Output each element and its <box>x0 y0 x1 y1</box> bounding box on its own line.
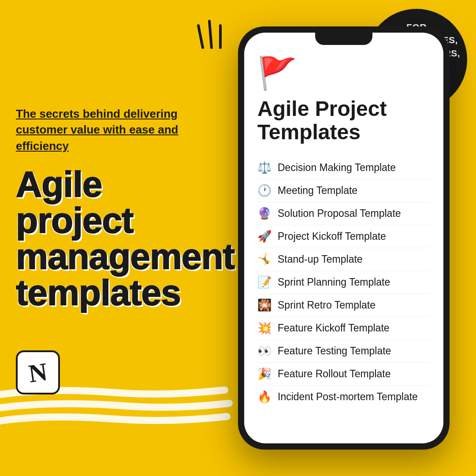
template-item: 👀Feature Testing Template <box>257 340 430 363</box>
phone-title-line1: Agile Project <box>257 97 387 120</box>
title-line4: templates <box>16 272 181 312</box>
title-line1: Agile <box>16 164 102 204</box>
template-item: 🔥Incident Post-mortem Template <box>257 386 430 408</box>
title-line3: management <box>16 236 234 276</box>
left-content: The secrets behind delivering customer v… <box>16 106 214 311</box>
phone-title-line2: Templates <box>257 120 361 144</box>
phone-notch <box>315 33 372 45</box>
template-item: 🎇Sprint Retro Template <box>257 294 430 317</box>
phone-mockup: 🚩 Agile Project Templates ⚖️Decision Mak… <box>238 26 450 450</box>
template-name: Feature Testing Template <box>278 345 391 357</box>
template-item: 🎉Feature Rollout Template <box>257 363 430 386</box>
template-item: ⚖️Decision Making Template <box>257 156 430 179</box>
template-emoji: 🎇 <box>257 298 271 312</box>
template-emoji: 🔮 <box>257 207 271 220</box>
template-item: 🚀Project Kickoff Template <box>257 225 430 248</box>
phone-screen: 🚩 Agile Project Templates ⚖️Decision Mak… <box>244 33 443 443</box>
template-name: Project Kickoff Template <box>278 231 386 242</box>
phone-outer: 🚩 Agile Project Templates ⚖️Decision Mak… <box>238 26 450 450</box>
template-item: 💥Feature Kickoff Template <box>257 317 430 340</box>
template-name: Stand-up Template <box>278 253 363 265</box>
title-line2: project <box>16 200 133 240</box>
template-emoji: 💥 <box>257 321 271 335</box>
svg-line-1 <box>209 21 212 48</box>
sparkle-decoration <box>176 17 238 56</box>
phone-app-title: Agile Project Templates <box>257 97 430 144</box>
template-name: Incident Post-mortem Template <box>278 391 418 403</box>
template-name: Sprint Retro Template <box>278 299 376 311</box>
template-item: 🔮Solution Proposal Template <box>257 202 430 225</box>
template-emoji: ⚖️ <box>257 161 271 175</box>
svg-line-0 <box>198 26 203 48</box>
template-emoji: 🕐 <box>257 184 271 197</box>
template-name: Feature Rollout Template <box>278 368 391 380</box>
template-item: 🕐Meeting Template <box>257 179 430 202</box>
template-emoji: 📝 <box>257 275 271 289</box>
phone-flag-emoji: 🚩 <box>257 55 430 92</box>
template-name: Sprint Planning Template <box>278 276 390 288</box>
template-emoji: 👀 <box>257 344 271 358</box>
template-emoji: 🤸 <box>257 253 271 266</box>
template-item: 📝Sprint Planning Template <box>257 271 430 294</box>
template-name: Feature Kickoff Template <box>278 322 390 334</box>
template-emoji: 🔥 <box>257 390 271 404</box>
template-name: Solution Proposal Template <box>278 208 401 219</box>
subtitle-text: The secrets behind delivering customer v… <box>16 106 214 154</box>
template-emoji: 🎉 <box>257 367 271 381</box>
phone-content: 🚩 Agile Project Templates ⚖️Decision Mak… <box>244 33 443 443</box>
template-list: ⚖️Decision Making Template🕐Meeting Templ… <box>257 156 430 408</box>
main-title: Agile project management templates <box>16 166 214 311</box>
template-emoji: 🚀 <box>257 230 271 243</box>
template-name: Decision Making Template <box>278 162 396 174</box>
template-name: Meeting Template <box>278 185 357 197</box>
template-item: 🤸Stand-up Template <box>257 248 430 271</box>
notion-logo: N <box>16 350 60 394</box>
notion-logo-letter: N <box>27 357 49 388</box>
